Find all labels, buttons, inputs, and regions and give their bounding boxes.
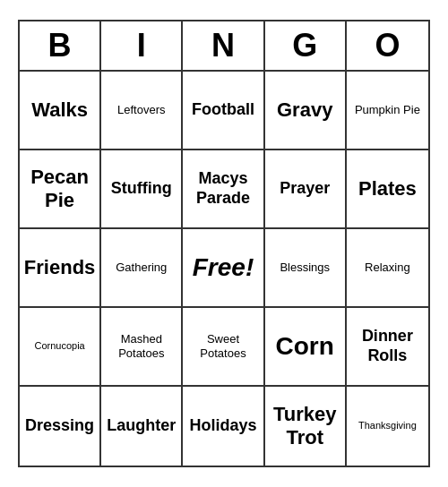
bingo-cell: Dinner Rolls <box>347 308 428 387</box>
bingo-cell: Sweet Potatoes <box>183 308 264 387</box>
header-letter: G <box>265 21 347 70</box>
cell-text: Cornucopia <box>34 340 84 352</box>
bingo-cell: Thanksgiving <box>347 387 428 466</box>
bingo-header: BINGO <box>20 21 428 72</box>
bingo-cell: Prayer <box>265 150 347 229</box>
header-letter: N <box>183 21 264 70</box>
bingo-cell: Cornucopia <box>20 308 101 387</box>
bingo-cell: Blessings <box>265 229 347 308</box>
bingo-cell: Relaxing <box>347 229 428 308</box>
bingo-cell: Free! <box>183 229 264 308</box>
bingo-cell: Leftovers <box>101 72 183 150</box>
cell-text: Sweet Potatoes <box>186 332 259 360</box>
bingo-cell: Football <box>183 72 264 150</box>
bingo-cell: Plates <box>347 150 428 229</box>
bingo-cell: Laughter <box>101 387 183 466</box>
cell-text: Dinner Rolls <box>350 327 425 365</box>
bingo-cell: Mashed Potatoes <box>101 308 183 387</box>
cell-text: Macys Parade <box>186 169 259 208</box>
bingo-cell: Dressing <box>20 387 101 466</box>
cell-text: Thanksgiving <box>358 420 417 431</box>
cell-text: Prayer <box>280 179 330 199</box>
cell-text: Friends <box>24 256 95 279</box>
cell-text: Leftovers <box>117 103 165 117</box>
cell-text: Gathering <box>116 261 167 275</box>
cell-text: Pumpkin Pie <box>355 103 420 117</box>
bingo-cell: Pumpkin Pie <box>347 72 428 150</box>
header-letter: O <box>347 21 428 70</box>
cell-text: Mashed Potatoes <box>105 332 177 360</box>
cell-text: Blessings <box>280 261 330 275</box>
cell-text: Plates <box>358 177 417 201</box>
cell-text: Relaxing <box>365 261 410 275</box>
bingo-cell: Turkey Trot <box>265 387 347 466</box>
bingo-cell: Friends <box>20 229 101 308</box>
cell-text: Dressing <box>25 416 94 436</box>
cell-text: Holidays <box>189 416 256 436</box>
bingo-grid: WalksLeftoversFootballGravyPumpkin PiePe… <box>20 72 428 466</box>
bingo-cell: Gathering <box>101 229 183 308</box>
bingo-cell: Walks <box>20 72 101 150</box>
bingo-cell: Pecan Pie <box>20 150 101 229</box>
header-letter: I <box>101 21 183 70</box>
cell-text: Turkey Trot <box>269 403 341 450</box>
cell-text: Corn <box>276 331 334 362</box>
cell-text: Pecan Pie <box>23 166 96 213</box>
cell-text: Stuffing <box>111 179 172 199</box>
bingo-cell: Corn <box>265 308 347 387</box>
cell-text: Football <box>192 100 254 120</box>
cell-text: Free! <box>193 252 254 283</box>
bingo-cell: Macys Parade <box>183 150 264 229</box>
bingo-card: BINGO WalksLeftoversFootballGravyPumpkin… <box>18 20 430 467</box>
bingo-cell: Stuffing <box>101 150 183 229</box>
bingo-cell: Holidays <box>183 387 264 466</box>
cell-text: Gravy <box>277 98 332 122</box>
bingo-cell: Gravy <box>265 72 347 150</box>
header-letter: B <box>20 21 101 70</box>
cell-text: Walks <box>31 98 88 122</box>
cell-text: Laughter <box>107 416 176 436</box>
